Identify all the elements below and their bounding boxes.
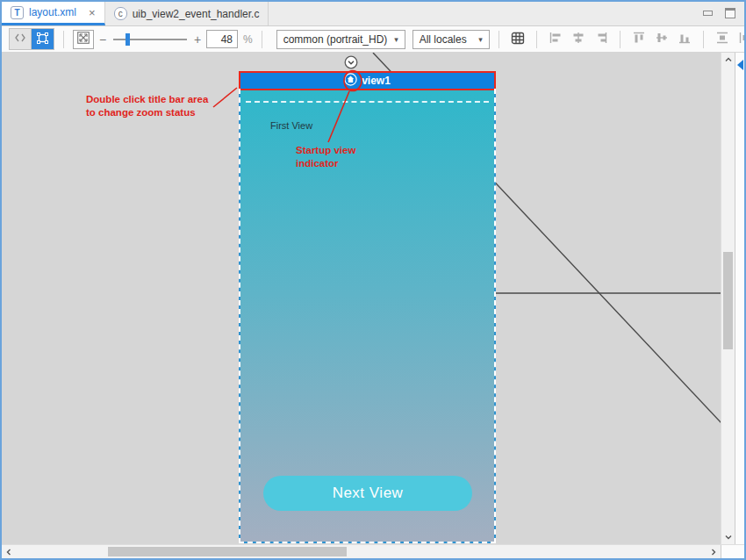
distribute-horizontal-button[interactable] [735,30,746,49]
minimize-icon[interactable] [703,11,713,16]
expand-arrows-icon [77,32,90,47]
first-view-label: First View [270,120,312,131]
zoom-out-button[interactable]: − [97,32,108,47]
view-title-label: view1 [362,75,391,87]
bottom-scroll-row [2,544,744,558]
align-right-button[interactable] [592,30,611,49]
locales-value: All locales [420,33,467,46]
toolbar-separator [703,31,704,48]
distribute-vertical-button[interactable] [713,30,732,49]
designer-toolbar: − + % common (portrait_HD) ▾ All locales… [2,26,744,53]
distribute-horizontal-icon [738,31,746,47]
align-bottom-button[interactable] [675,30,694,49]
align-left-icon [549,32,563,47]
scroll-left-arrow[interactable] [2,545,16,558]
source-view-button[interactable] [10,29,32,49]
zoom-slider-track [113,39,187,40]
zoom-hint-line1: Double click title bar area [86,93,208,106]
toolbar-separator [262,31,262,48]
align-top-button[interactable] [629,30,649,49]
uib-editor-window: T layout.xml × c uib_view2_event_handler… [0,0,746,560]
vertical-scroll-thumb[interactable] [723,252,733,349]
maximize-icon[interactable] [725,8,735,18]
view1-body[interactable]: First View Next View [239,90,496,543]
align-right-icon [594,32,608,47]
design-view-button[interactable] [32,29,54,49]
view1-title-bar[interactable]: view1 [239,71,496,90]
scroll-up-arrow[interactable] [721,53,735,67]
restore-panel-arrow-icon[interactable] [737,60,743,70]
align-center-button[interactable] [569,30,588,49]
view-mode-toggle [9,28,54,50]
home-startup-icon [344,73,357,89]
zoom-slider[interactable] [113,33,187,46]
scroll-down-arrow[interactable] [721,530,735,544]
grid-icon [511,32,525,47]
tab-layout-xml[interactable]: T layout.xml × [2,2,105,25]
tab-event-handler-c[interactable]: c uib_view2_event_handler.c [105,2,269,25]
editor-tab-bar: T layout.xml × c uib_view2_event_handler… [2,2,744,26]
align-top-icon [633,31,645,47]
collapsed-panel-strip [735,53,744,544]
layout-file-icon: T [11,6,24,19]
design-canvas-icon [37,32,48,47]
close-icon[interactable]: × [89,7,96,18]
locales-dropdown[interactable]: All locales ▾ [412,30,490,49]
zoom-slider-handle[interactable] [126,33,130,46]
resolution-value: common (portrait_HD) [283,33,388,46]
toolbar-separator [620,31,620,48]
startup-view-annotation: Startup view indicator [296,144,355,170]
view1-frame[interactable]: view1 First View Next View [239,71,496,543]
next-view-button[interactable]: Next View [263,476,472,511]
container-top-dash [246,101,489,103]
code-icon [14,32,26,46]
align-middle-button[interactable] [652,30,671,49]
window-controls [703,8,735,18]
toolbar-separator [63,31,64,48]
c-file-icon: c [114,7,127,20]
align-left-button[interactable] [546,30,565,49]
chevron-down-icon: ▾ [394,35,398,44]
align-middle-icon [656,31,668,47]
zoom-percent-input[interactable] [206,30,238,48]
startup-hint-line1: Startup view [296,144,355,157]
design-canvas[interactable]: view1 First View Next View Double c [2,53,721,544]
percent-label: % [243,33,253,46]
zoom-in-button[interactable]: + [192,32,203,47]
tab-label: uib_view2_event_handler.c [133,8,260,20]
fit-to-window-button[interactable] [73,30,94,49]
resolution-dropdown[interactable]: common (portrait_HD) ▾ [276,30,405,49]
toolbar-separator [536,31,537,48]
vertical-scrollbar[interactable] [721,53,735,544]
chevron-down-icon: ▾ [478,35,483,44]
align-bottom-icon [678,31,691,47]
horizontal-scrollbar[interactable] [2,545,721,558]
editor-area: view1 First View Next View Double c [2,53,744,544]
tab-label: layout.xml [29,6,76,18]
scrollbar-corner [721,545,744,558]
grid-toggle-button[interactable] [508,30,527,49]
toolbar-separator [499,31,499,48]
horizontal-scroll-thumb[interactable] [108,547,347,556]
distribute-vertical-icon [715,31,729,47]
scroll-right-arrow[interactable] [707,545,721,558]
zoom-hint-annotation: Double click title bar area to change zo… [86,93,208,119]
zoom-hint-line2: to change zoom status [86,106,208,119]
view-collapse-chevron-icon[interactable] [344,55,358,72]
startup-hint-line2: indicator [296,157,355,170]
align-center-icon [571,32,585,47]
